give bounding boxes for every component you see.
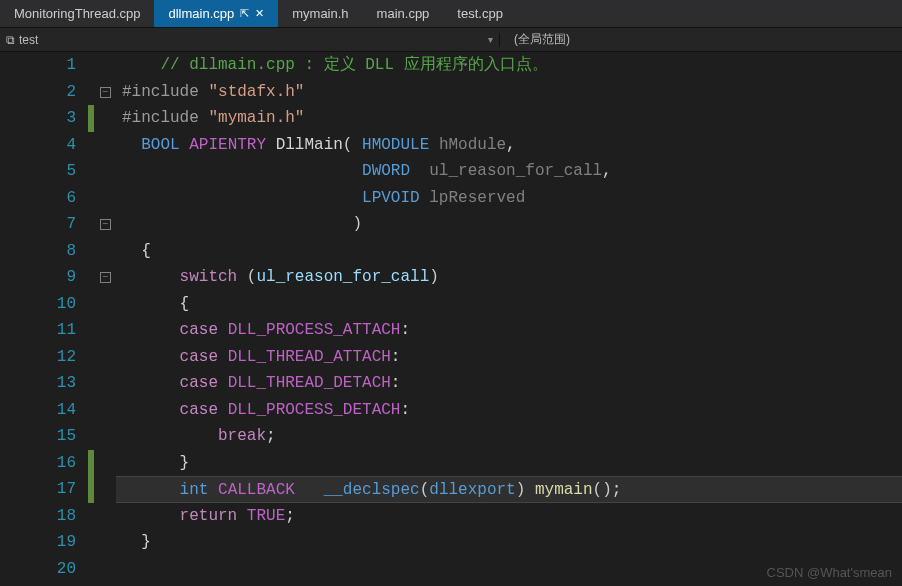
code-area[interactable]: // dllmain.cpp : 定义 DLL 应用程序的入口点。 #inclu… (116, 52, 902, 586)
code-line: case DLL_PROCESS_DETACH: (116, 397, 902, 424)
nav-scope-label: (全局范围) (500, 31, 584, 48)
pin-icon[interactable]: ⇱ (240, 7, 249, 20)
tab-test[interactable]: test.cpp (443, 0, 517, 27)
code-line: { (116, 291, 902, 318)
code-line: break; (116, 423, 902, 450)
tab-mymain[interactable]: mymain.h (278, 0, 362, 27)
code-line: return TRUE; (116, 503, 902, 530)
close-icon[interactable]: ✕ (255, 7, 264, 20)
nav-bar: ⧉ test ▾ (全局范围) (0, 28, 902, 52)
fold-toggle-icon[interactable]: − (100, 87, 111, 98)
code-line: #include "stdafx.h" (116, 79, 902, 106)
fold-column: − − − (94, 52, 116, 586)
code-line: case DLL_THREAD_ATTACH: (116, 344, 902, 371)
chevron-down-icon: ▾ (488, 34, 493, 45)
code-line-current: int CALLBACK __declspec(dllexport) mymai… (116, 476, 902, 503)
fold-toggle-icon[interactable]: − (100, 219, 111, 230)
code-line: } (116, 450, 902, 477)
tab-dllmain[interactable]: dllmain.cpp ⇱ ✕ (154, 0, 278, 27)
code-line: } (116, 529, 902, 556)
code-line: case DLL_THREAD_DETACH: (116, 370, 902, 397)
tab-main[interactable]: main.cpp (363, 0, 444, 27)
project-name: test (19, 33, 38, 47)
code-editor[interactable]: 1234567891011121314151617181920 − − − //… (0, 52, 902, 586)
watermark: CSDN @What'smean (767, 565, 893, 580)
code-line: { (116, 238, 902, 265)
code-line: DWORD ul_reason_for_call, (116, 158, 902, 185)
code-line: case DLL_PROCESS_ATTACH: (116, 317, 902, 344)
line-number-gutter: 1234567891011121314151617181920 (0, 52, 88, 586)
code-line: switch (ul_reason_for_call) (116, 264, 902, 291)
tab-monitoringthread[interactable]: MonitoringThread.cpp (0, 0, 154, 27)
code-line: // dllmain.cpp : 定义 DLL 应用程序的入口点。 (116, 52, 902, 79)
fold-toggle-icon[interactable]: − (100, 272, 111, 283)
code-line: #include "mymain.h" (116, 105, 902, 132)
code-line: BOOL APIENTRY DllMain( HMODULE hModule, (116, 132, 902, 159)
code-line: LPVOID lpReserved (116, 185, 902, 212)
nav-scope-dropdown[interactable]: ⧉ test ▾ (0, 33, 500, 47)
project-icon: ⧉ (6, 33, 15, 47)
tab-bar: MonitoringThread.cpp dllmain.cpp ⇱ ✕ mym… (0, 0, 902, 28)
code-line: ) (116, 211, 902, 238)
